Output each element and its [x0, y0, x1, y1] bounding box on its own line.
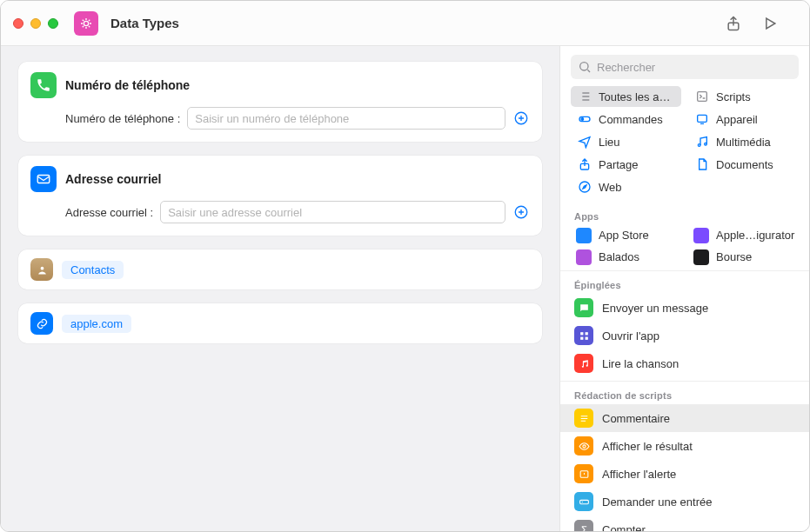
action-item[interactable]: Envoyer un message — [560, 294, 809, 322]
svg-point-13 — [698, 144, 700, 147]
action-label: Commentaire — [602, 412, 670, 425]
action-phone[interactable]: Numéro de téléphone Numéro de téléphone … — [18, 62, 542, 142]
action-badge-icon — [574, 326, 593, 345]
svg-point-0 — [84, 21, 88, 25]
zoom-button[interactable] — [48, 18, 58, 29]
category-label: Scripts — [716, 90, 751, 103]
category-music[interactable]: Multimédia — [688, 131, 799, 152]
category-label: Multimédia — [716, 136, 771, 149]
action-contacts[interactable]: Contacts — [18, 249, 542, 289]
action-label: Afficher l'alerte — [602, 468, 676, 481]
action-item[interactable]: Ouvrir l'app — [560, 322, 809, 349]
minimize-button[interactable] — [30, 18, 41, 29]
category-label: Appareil — [716, 113, 758, 126]
category-location[interactable]: Lieu — [571, 131, 681, 152]
app-label: App Store — [599, 229, 649, 242]
pinned-list: Envoyer un messageOuvrir l'appLire la ch… — [560, 294, 809, 377]
action-badge-icon — [574, 298, 593, 317]
scripts-header: Rédaction de scripts — [560, 383, 809, 404]
category-device[interactable]: Appareil — [688, 109, 799, 130]
apps-grid: App StoreApple…iguratorBaladosBourse — [560, 225, 809, 267]
action-label: Afficher le résultat — [602, 440, 693, 453]
run-icon[interactable] — [760, 14, 780, 33]
share-icon[interactable] — [724, 14, 743, 33]
search-input[interactable] — [571, 55, 799, 79]
phone-add-button[interactable] — [512, 110, 530, 127]
svg-rect-17 — [580, 332, 583, 335]
app-item[interactable]: Bourse — [688, 247, 799, 267]
mail-icon — [30, 166, 57, 192]
action-item[interactable]: Demander une entrée — [560, 488, 809, 515]
app-icon — [693, 249, 709, 265]
device-icon — [695, 112, 709, 126]
svg-rect-20 — [585, 336, 587, 339]
action-label: Demander une entrée — [602, 495, 712, 509]
action-item[interactable]: Commentaire — [560, 404, 809, 432]
window-title: Data Types — [110, 16, 179, 30]
share-icon — [578, 157, 592, 171]
app-window: Data Types Numéro de téléphone Numéro — [0, 0, 810, 532]
svg-point-5 — [40, 266, 44, 269]
app-label: Bourse — [716, 250, 752, 263]
category-grid: Toutes les acti…ScriptsCommandesAppareil… — [560, 86, 809, 204]
close-button[interactable] — [13, 18, 23, 29]
link-icon — [30, 312, 53, 335]
action-label: Envoyer un message — [602, 302, 708, 315]
switch-icon — [578, 112, 592, 126]
category-share[interactable]: Partage — [571, 154, 681, 175]
action-badge-icon — [574, 409, 593, 428]
action-badge-icon — [574, 492, 593, 511]
app-icon — [576, 228, 592, 243]
category-list[interactable]: Toutes les acti… — [571, 86, 681, 107]
contacts-pill[interactable]: Contacts — [62, 261, 124, 279]
email-input[interactable] — [160, 201, 505, 223]
action-email-title: Adresse courriel — [65, 172, 162, 186]
app-icon — [576, 249, 592, 265]
titlebar: Data Types — [1, 1, 809, 46]
action-item[interactable]: Afficher le résultat — [560, 432, 809, 460]
action-url[interactable]: apple.com — [18, 303, 542, 343]
action-email[interactable]: Adresse courriel Adresse courriel : — [18, 156, 542, 236]
category-label: Documents — [716, 158, 773, 171]
category-label: Partage — [599, 158, 639, 171]
window-controls — [13, 18, 58, 29]
svg-point-11 — [581, 118, 584, 121]
list-icon — [578, 90, 592, 103]
svg-rect-3 — [37, 176, 50, 183]
search-icon — [578, 60, 592, 74]
svg-point-16 — [579, 182, 590, 192]
apps-header: Apps — [560, 204, 809, 225]
scripts-list: CommentaireAfficher le résultatAfficher … — [560, 404, 809, 531]
category-label: Commandes — [599, 113, 663, 126]
svg-rect-12 — [698, 115, 707, 122]
category-safari[interactable]: Web — [571, 176, 681, 197]
app-item[interactable]: Balados — [571, 247, 681, 267]
url-pill[interactable]: apple.com — [62, 315, 131, 333]
app-item[interactable]: Apple…igurator — [688, 225, 799, 245]
action-item[interactable]: Afficher l'alerte — [560, 460, 809, 488]
phone-input[interactable] — [187, 107, 505, 130]
svg-rect-19 — [580, 336, 583, 339]
category-switch[interactable]: Commandes — [571, 109, 681, 130]
action-item[interactable]: Lire la chanson — [560, 349, 809, 377]
category-doc[interactable]: Documents — [688, 154, 799, 175]
phone-label: Numéro de téléphone : — [65, 112, 180, 125]
contacts-icon — [30, 258, 53, 281]
editor-canvas[interactable]: Numéro de téléphone Numéro de téléphone … — [1, 46, 559, 531]
svg-rect-23 — [579, 500, 588, 503]
category-label: Web — [599, 181, 622, 194]
app-icon — [693, 228, 709, 243]
action-item[interactable]: Compter — [560, 515, 809, 531]
doc-icon — [695, 157, 709, 171]
action-label: Lire la chanson — [602, 357, 679, 370]
action-badge-icon — [574, 354, 593, 373]
action-badge-icon — [574, 436, 593, 456]
svg-point-21 — [582, 444, 585, 447]
app-item[interactable]: App Store — [571, 225, 681, 245]
action-badge-icon — [574, 464, 593, 483]
action-badge-icon — [574, 520, 593, 531]
email-add-button[interactable] — [512, 203, 530, 221]
category-script[interactable]: Scripts — [688, 86, 799, 107]
category-label: Toutes les acti… — [599, 90, 674, 103]
search-box — [571, 55, 799, 79]
